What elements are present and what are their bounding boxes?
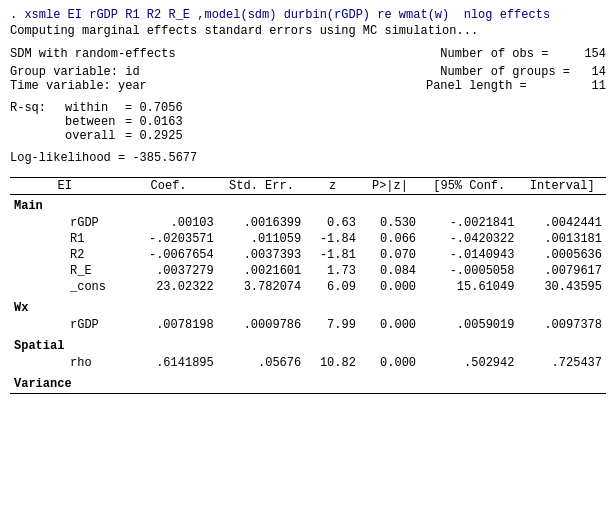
section-variance: Variance (10, 371, 606, 394)
section-spatial: Spatial (10, 333, 606, 355)
table-row: R_E .0037279 .0021601 1.73 0.084 -.00050… (10, 263, 606, 279)
num-obs-stat: Number of obs = 154 (440, 47, 606, 61)
table-row: _cons 23.02322 3.782074 6.09 0.000 15.61… (10, 279, 606, 295)
table-row: rho .6141895 .05676 10.82 0.000 .502942 … (10, 355, 606, 371)
log-likelihood: Log-likelihood = -385.5677 (10, 151, 606, 165)
table-row: rGDP .00103 .0016399 0.63 0.530 -.002184… (10, 215, 606, 231)
command-line: . xsmle EI rGDP R1 R2 R_E ,model(sdm) du… (10, 8, 606, 22)
section-wx: Wx (10, 295, 606, 317)
table-row: rGDP .0078198 .0009786 7.99 0.000 .00590… (10, 317, 606, 333)
section-main: Main (10, 195, 606, 216)
table-header: EI Coef. Std. Err. z P>|z| [95% Conf. In… (10, 178, 606, 195)
time-var: Time variable: year (10, 79, 147, 93)
table-row: R2 -.0067654 .0037393 -1.81 0.070 -.0140… (10, 247, 606, 263)
panel-length-stat: Panel length = 11 (426, 79, 606, 93)
table-row: R1 -.0203571 .011059 -1.84 0.066 -.04203… (10, 231, 606, 247)
model-title: SDM with random-effects (10, 47, 176, 61)
computing-msg: Computing marginal effects standard erro… (10, 24, 606, 38)
group-var: Group variable: id (10, 65, 140, 79)
results-table: EI Coef. Std. Err. z P>|z| [95% Conf. In… (10, 177, 606, 394)
rsq-section: R-sq: within = 0.7056 between = 0.0163 o… (10, 101, 606, 143)
num-groups-stat: Number of groups = 14 (440, 65, 606, 79)
